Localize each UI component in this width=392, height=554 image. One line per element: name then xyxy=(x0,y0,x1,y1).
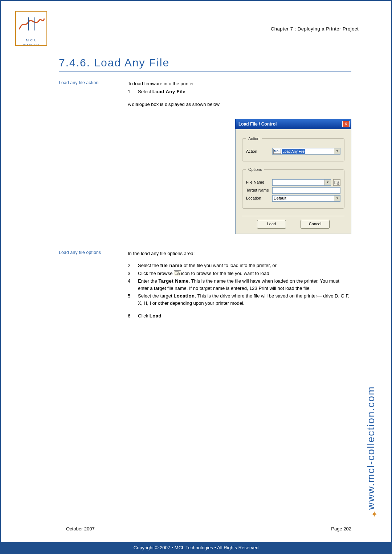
footer-date: October 2007 xyxy=(66,526,95,532)
dialog-title: Load File / Control xyxy=(238,121,277,127)
dialog-load-file: Load File / Control × Action Action xyxy=(235,119,351,234)
svg-rect-4 xyxy=(175,271,178,274)
step-number: 3 xyxy=(128,270,138,277)
intro-text: In the load any file options area: xyxy=(128,250,351,257)
filename-label: File Name xyxy=(246,179,272,185)
step-number: 4 xyxy=(128,278,138,292)
step-text: Enter the Target Name. This is the name … xyxy=(138,278,351,292)
browse-icon xyxy=(174,270,181,276)
location-value: Default xyxy=(273,195,286,201)
svg-point-5 xyxy=(177,273,180,275)
step-text: Select the file name of the file you wan… xyxy=(138,262,351,269)
footer-copyright: Copyright © 2007 • MCL Technologies • Al… xyxy=(1,542,391,553)
followup-text: A dialogue box is displayed as shown bel… xyxy=(128,101,351,108)
logo-text: M C L xyxy=(16,38,46,42)
location-select[interactable]: Default ▼ xyxy=(272,195,340,202)
step-number: 6 xyxy=(128,312,138,320)
action-label: Action xyxy=(246,148,272,155)
action-select[interactable]: MCL Load Any File ▼ xyxy=(272,148,340,155)
dialog-titlebar[interactable]: Load File / Control × xyxy=(235,119,351,129)
action-group: Action Action MCL Load Any File ▼ xyxy=(242,136,344,162)
cancel-button[interactable]: Cancel xyxy=(301,220,330,229)
close-icon[interactable]: × xyxy=(342,121,350,127)
step-text: Select the target Location. This is the … xyxy=(138,292,351,307)
decor-dot-icon: ✦ xyxy=(371,510,377,519)
options-group: Options File Name ▼ Target Name xyxy=(242,167,344,209)
target-input[interactable] xyxy=(272,187,340,194)
location-label: Location xyxy=(246,195,272,201)
step-number: 2 xyxy=(128,262,138,269)
filename-select[interactable]: ▼ xyxy=(272,179,331,186)
step-number: 1 xyxy=(128,88,138,95)
action-legend: Action xyxy=(246,136,262,142)
step-text: Select Load Any File xyxy=(138,88,185,95)
mcl-chip-icon: MCL xyxy=(273,149,281,154)
chapter-label: Chapter 7 : Deploying a Printer Project xyxy=(271,26,359,32)
target-label: Target Name xyxy=(246,187,272,193)
sidebar-url: www.mcl-collection.com xyxy=(366,313,380,510)
load-button[interactable]: Load xyxy=(257,220,286,229)
section-side-label: Load any file action xyxy=(59,80,128,241)
action-value: Load Any File xyxy=(282,149,305,154)
browse-button[interactable] xyxy=(333,179,340,186)
chevron-down-icon[interactable]: ▼ xyxy=(334,148,340,154)
page-title: 7.4.6. Load Any File xyxy=(59,57,351,71)
chevron-down-icon[interactable]: ▼ xyxy=(324,180,331,185)
intro-text: To load firmware into the printer xyxy=(128,80,351,87)
section-side-label: Load any file options xyxy=(59,250,128,320)
footer-page: Page 202 xyxy=(331,526,351,532)
step-text: Click the browse icon to browse for the … xyxy=(138,270,351,277)
logo: M C L TECHNOLOGIES xyxy=(15,11,47,46)
step-number: 5 xyxy=(128,292,138,307)
logo-subtext: TECHNOLOGIES xyxy=(16,44,46,46)
chevron-down-icon[interactable]: ▼ xyxy=(334,196,340,201)
step-text: Click Load xyxy=(138,312,162,320)
options-legend: Options xyxy=(246,167,264,173)
